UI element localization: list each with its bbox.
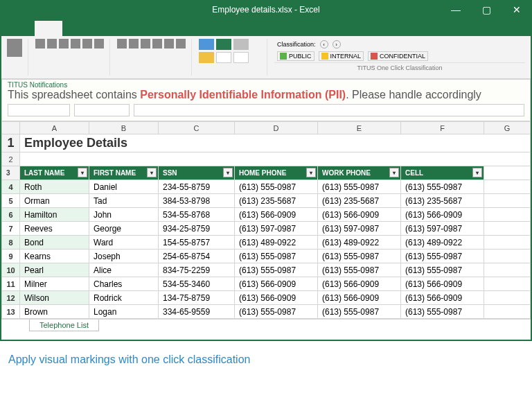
cell-ssn[interactable]: 234-55-8759	[159, 180, 235, 194]
empty-cell[interactable]	[484, 291, 531, 305]
row-header[interactable]: 4	[2, 180, 20, 194]
cell-cell[interactable]: (613) 555-0987	[401, 263, 484, 277]
empty-cell[interactable]	[484, 250, 531, 263]
cell-work[interactable]: (613) 566-0909	[318, 291, 401, 305]
filter-dropdown-icon[interactable]: ▾	[147, 168, 157, 177]
cell-ssn[interactable]: 384-53-8798	[159, 194, 235, 208]
cell-last[interactable]: Reeves	[20, 222, 89, 236]
row-header[interactable]: 3	[2, 166, 20, 180]
align-left-icon[interactable]	[117, 39, 127, 49]
ribbon-tab[interactable]	[96, 21, 124, 36]
empty-cell[interactable]	[484, 180, 531, 194]
cell-first[interactable]: Joseph	[89, 250, 159, 263]
filter-dropdown-icon[interactable]: ▾	[78, 168, 87, 177]
cell-cell[interactable]: (613) 235-5687	[401, 194, 484, 208]
column-header[interactable]: C	[159, 122, 235, 134]
row-header[interactable]: 8	[2, 236, 20, 250]
cell-home[interactable]: (613) 555-0987	[235, 305, 318, 319]
table-header-cell[interactable]: HOME PHONE▾	[235, 166, 318, 180]
border-icon[interactable]	[71, 39, 80, 49]
cell-home[interactable]: (613) 235-5687	[235, 194, 318, 208]
style-swatch-icon[interactable]	[233, 39, 249, 50]
column-header[interactable]: D	[235, 122, 318, 134]
style-swatch-icon[interactable]	[216, 39, 231, 50]
cell-ssn[interactable]: 534-55-3460	[159, 277, 235, 291]
sheet-title[interactable]: Employee Details	[20, 134, 531, 152]
ribbon-tab-active[interactable]	[35, 21, 62, 36]
cell-work[interactable]: (613) 597-0987	[318, 222, 401, 236]
cell-ssn[interactable]: 934-25-8759	[159, 222, 235, 236]
chevron-right-icon[interactable]: ›	[332, 40, 341, 49]
cell-work[interactable]: (613) 555-0987	[318, 250, 401, 263]
row-header[interactable]: 12	[2, 291, 20, 305]
indent-icon[interactable]	[152, 39, 162, 49]
row-header[interactable]: 11	[2, 277, 20, 291]
cell-home[interactable]: (613) 566-0909	[235, 277, 318, 291]
cell-first[interactable]: Rodrick	[89, 291, 159, 305]
cell-ssn[interactable]: 334-65-9559	[159, 305, 235, 319]
cell-work[interactable]: (613) 566-0909	[318, 208, 401, 222]
table-header-cell[interactable]: SSN▾	[159, 166, 235, 180]
table-header-cell[interactable]: CELL▾	[401, 166, 484, 180]
cell-last[interactable]: Kearns	[20, 250, 89, 263]
underline-icon[interactable]	[59, 39, 69, 49]
cell-cell[interactable]: (613) 566-0909	[401, 291, 484, 305]
cell-work[interactable]: (613) 489-0922	[318, 236, 401, 250]
column-header[interactable]: F	[401, 122, 484, 134]
column-header[interactable]: E	[318, 122, 401, 134]
cell-work[interactable]: (613) 555-0987	[318, 263, 401, 277]
empty-cell[interactable]	[484, 263, 531, 277]
fill-icon[interactable]	[82, 39, 92, 49]
column-header[interactable]: B	[89, 122, 159, 134]
ribbon-tab[interactable]	[65, 21, 93, 36]
cell-work[interactable]: (613) 555-0987	[318, 305, 401, 319]
row-header[interactable]: 13	[2, 305, 20, 319]
empty-cell[interactable]	[20, 152, 531, 166]
chevron-left-icon[interactable]: ‹	[320, 40, 328, 49]
cell-first[interactable]: Ward	[89, 236, 159, 250]
cell-home[interactable]: (613) 566-0909	[235, 208, 318, 222]
cell-home[interactable]: (613) 489-0922	[235, 236, 318, 250]
minimize-button[interactable]: —	[441, 0, 471, 19]
filter-dropdown-icon[interactable]: ▾	[472, 168, 482, 177]
cell-work[interactable]: (613) 555-0987	[318, 180, 401, 194]
cell-work[interactable]: (613) 235-5687	[318, 194, 401, 208]
fx-small[interactable]	[74, 104, 130, 116]
cell-ssn[interactable]: 134-75-8759	[159, 291, 235, 305]
style-swatch-icon[interactable]	[233, 52, 249, 63]
sheet-tab[interactable]: Telephone List	[29, 320, 99, 331]
table-header-cell[interactable]: FIRST NAME▾	[89, 166, 159, 180]
cell-work[interactable]: (613) 566-0909	[318, 277, 401, 291]
cell-first[interactable]: Logan	[89, 305, 159, 319]
cell-last[interactable]: Brown	[20, 305, 89, 319]
table-header-cell[interactable]: WORK PHONE▾	[318, 166, 401, 180]
cell-cell[interactable]: (613) 566-0909	[401, 277, 484, 291]
align-right-icon[interactable]	[141, 39, 150, 49]
ribbon-tab[interactable]	[127, 21, 154, 36]
cell-first[interactable]: George	[89, 222, 159, 236]
maximize-button[interactable]: ▢	[471, 0, 502, 19]
cell-ssn[interactable]: 834-75-2259	[159, 263, 235, 277]
column-header[interactable]: A	[20, 122, 89, 134]
ribbon-tab[interactable]	[4, 21, 32, 36]
cell-ssn[interactable]: 254-65-8754	[159, 250, 235, 263]
cell-last[interactable]: Pearl	[20, 263, 89, 277]
cell-last[interactable]: Roth	[20, 180, 89, 194]
row-header[interactable]: 7	[2, 222, 20, 236]
style-swatch-icon[interactable]	[199, 39, 214, 50]
cell-cell[interactable]: (613) 555-0987	[401, 250, 484, 263]
cell-last[interactable]: Wilson	[20, 291, 89, 305]
cell-cell[interactable]: (613) 489-0922	[401, 236, 484, 250]
empty-cell[interactable]	[484, 277, 531, 291]
cell-first[interactable]: John	[89, 208, 159, 222]
classification-option-internal[interactable]: INTERNAL	[319, 51, 364, 61]
formula-bar[interactable]	[134, 104, 524, 116]
cell-home[interactable]: (613) 555-0987	[235, 250, 318, 263]
style-swatch-icon[interactable]	[199, 52, 214, 63]
cell-home[interactable]: (613) 566-0909	[235, 291, 318, 305]
classification-option-public[interactable]: PUBLIC	[277, 51, 314, 61]
table-header-cell[interactable]: LAST NAME▾	[20, 166, 89, 180]
cell-last[interactable]: Milner	[20, 277, 89, 291]
merge-icon[interactable]	[176, 39, 186, 49]
cell-ssn[interactable]: 154-55-8757	[159, 236, 235, 250]
